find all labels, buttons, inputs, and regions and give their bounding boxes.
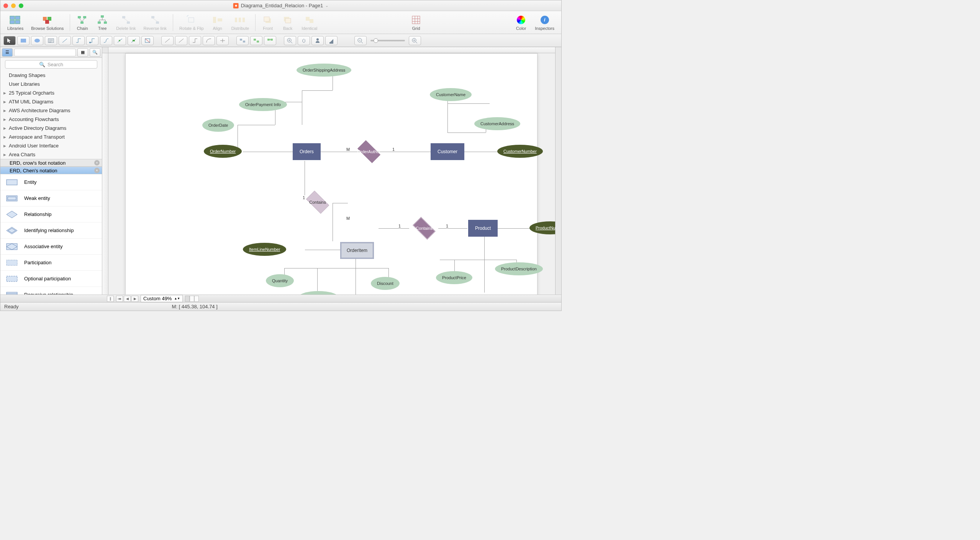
page-prev[interactable]: ◀ — [124, 296, 131, 302]
search-input[interactable]: 🔍 Search — [5, 60, 97, 69]
entity-customer[interactable]: Customer — [431, 143, 464, 160]
attr-productnumber[interactable]: ProductNumber — [529, 221, 555, 234]
page-tabs[interactable] — [185, 296, 199, 302]
zoom-select[interactable]: Custom 49%▲▼ — [141, 295, 183, 302]
library-category[interactable]: ▶ATM UML Diagrams — [0, 97, 102, 106]
line-tool-7[interactable] — [141, 36, 154, 45]
chain-button[interactable]: Chain — [73, 15, 92, 31]
library-section-tab[interactable]: ERD, Chen's notation× — [0, 167, 102, 174]
grid-button[interactable]: Grid — [407, 15, 425, 31]
front-button[interactable]: Front — [259, 15, 277, 31]
library-category[interactable]: ▶Active Directory Diagrams — [0, 124, 102, 133]
browse-solutions-button[interactable]: Browse Solutions — [28, 15, 67, 31]
close-icon[interactable]: × — [94, 160, 100, 165]
rel-contains-2[interactable]: Contains — [407, 218, 441, 238]
attr-customernumber[interactable]: CustomerNumber — [497, 145, 543, 158]
distribute-button[interactable]: Distribute — [228, 15, 252, 31]
zoom-slider[interactable] — [370, 40, 405, 41]
line-tool-3[interactable] — [86, 36, 98, 45]
inspectors-button[interactable]: i Inspectors — [532, 15, 557, 31]
attr-discount[interactable]: Discount — [371, 277, 400, 290]
back-button[interactable]: Back — [279, 15, 297, 31]
right-sidebar-collapsed[interactable] — [555, 47, 561, 295]
shape-item[interactable]: Associative entity — [0, 239, 102, 255]
shape-item[interactable]: Participation — [0, 255, 102, 271]
pan-tool[interactable] — [298, 36, 310, 45]
library-category[interactable]: ▶25 Typical Orgcharts — [0, 88, 102, 97]
close-window-button[interactable] — [3, 3, 8, 8]
attr-customername[interactable]: CustomerName — [430, 88, 472, 101]
group-tool-2[interactable] — [250, 36, 262, 45]
page-next[interactable]: ▶ — [131, 296, 138, 302]
attr-orderpayment[interactable]: OrderPayment Info — [239, 98, 287, 111]
attr-itemlinenumber[interactable]: ItemLineNumber — [243, 243, 286, 256]
shape-item[interactable]: Weak entity — [0, 190, 102, 206]
entity-product[interactable]: Product — [468, 220, 498, 237]
reverse-link-button[interactable]: Reverse link — [141, 15, 170, 31]
group-tool-1[interactable] — [236, 36, 249, 45]
close-icon[interactable]: × — [94, 168, 100, 173]
zoom-in-button[interactable] — [409, 36, 421, 45]
sidebar-filter[interactable] — [14, 49, 76, 56]
library-category[interactable]: ▶AWS Architecture Diagrams — [0, 106, 102, 115]
line-tool-5[interactable] — [114, 36, 126, 45]
library-category[interactable]: ▶Android User Interface — [0, 141, 102, 150]
library-category[interactable]: ▶Drawing Shapes — [0, 71, 102, 80]
color-button[interactable]: Color — [512, 15, 530, 31]
tree-button[interactable]: Tree — [93, 15, 111, 31]
entity-orderitem[interactable]: OrderItem — [340, 242, 374, 259]
attr-productdescription[interactable]: ProductDescription — [495, 262, 543, 275]
rect-tool[interactable] — [17, 36, 29, 45]
page-first[interactable]: ⏮ — [116, 296, 123, 302]
rel-contains-1[interactable]: Contains — [300, 192, 335, 212]
library-section-tab[interactable]: ERD, crow's foot notation× — [0, 159, 102, 167]
conn-tool-3[interactable] — [189, 36, 201, 45]
line-tool-2[interactable] — [72, 36, 85, 45]
library-category[interactable]: ▶Accounting Flowcharts — [0, 115, 102, 124]
zoom-out-button[interactable] — [354, 36, 367, 45]
user-tool[interactable] — [311, 36, 324, 45]
library-category[interactable]: ▶Aerospace and Transport — [0, 133, 102, 141]
shape-item[interactable]: Recursive relationship — [0, 287, 102, 295]
libraries-button[interactable]: Libraries — [4, 15, 26, 31]
group-tool-3[interactable] — [264, 36, 276, 45]
ellipse-tool[interactable] — [31, 36, 43, 45]
attr-specialoptions[interactable]: SpecialOptions — [298, 291, 339, 295]
library-category[interactable]: ▶User Libraries — [0, 80, 102, 88]
rel-orderauthor[interactable]: OrderAuthor — [352, 142, 386, 162]
shape-item[interactable]: Entity — [0, 174, 102, 190]
line-tool-6[interactable] — [128, 36, 140, 45]
attr-orderdate[interactable]: OrderDate — [202, 119, 234, 132]
attr-ordershipping[interactable]: OrderShippingAddress — [297, 64, 351, 77]
sidebar-search-tab[interactable]: 🔍 — [90, 48, 100, 57]
minimize-window-button[interactable] — [11, 3, 16, 8]
line-tool-1[interactable] — [59, 36, 71, 45]
align-button[interactable]: Align — [208, 15, 227, 31]
conn-tool-5[interactable] — [216, 36, 229, 45]
delete-link-button[interactable]: Delete link — [113, 15, 139, 31]
page-collapse[interactable]: ‖ — [107, 296, 114, 302]
attr-quantity[interactable]: Quantity — [266, 274, 294, 287]
maximize-window-button[interactable] — [19, 3, 23, 8]
sidebar-tab-library[interactable]: ☰ — [2, 48, 13, 57]
canvas[interactable]: OrderDate OrderPayment Info OrderShippin… — [102, 47, 555, 295]
pointer-tool[interactable] — [3, 36, 16, 45]
attr-customeraddress[interactable]: CustomerAddress — [474, 117, 520, 130]
pen-tool[interactable] — [325, 36, 338, 45]
library-category[interactable]: ▶Area Charts — [0, 150, 102, 159]
line-tool-4[interactable] — [100, 36, 112, 45]
shape-item[interactable]: Identifying relationship — [0, 223, 102, 239]
conn-tool-2[interactable] — [175, 36, 187, 45]
conn-tool-1[interactable] — [161, 36, 174, 45]
conn-tool-4[interactable] — [203, 36, 215, 45]
shape-item[interactable]: Optional participation — [0, 271, 102, 287]
shape-item[interactable]: Relationship — [0, 206, 102, 223]
attr-ordernumber[interactable]: OrderNumber — [204, 145, 242, 158]
sidebar-view-grid[interactable]: ▦ — [77, 48, 88, 57]
text-tool[interactable] — [45, 36, 57, 45]
entity-orders[interactable]: Orders — [293, 143, 321, 160]
zoom-in-tool[interactable] — [284, 36, 296, 45]
identical-button[interactable]: Identical — [298, 15, 320, 31]
chevron-down-icon[interactable]: ⌄ — [325, 3, 328, 8]
rotate-flip-button[interactable]: Rotate & Flip — [176, 15, 207, 31]
